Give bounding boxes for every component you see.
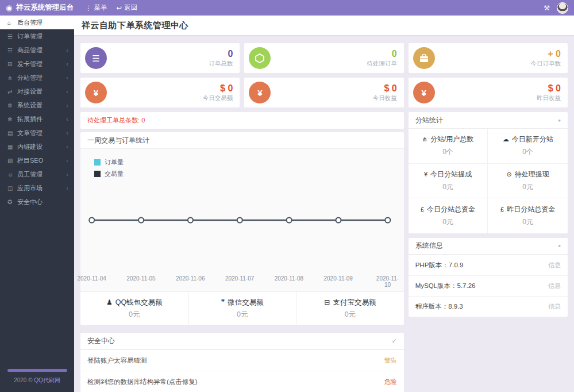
legend-item-volume[interactable]: 交易量	[94, 170, 124, 178]
sidebar-item-cards[interactable]: ⊞ 发卡管理 ‹	[0, 57, 74, 71]
payment-label: 微信交易额	[228, 298, 264, 308]
sidebar-item-docking[interactable]: ⇄ 对接设置 ‹	[0, 84, 74, 98]
weekly-chart: 订单量 交易量 2020-11-042020-11-052020-11-0620…	[80, 149, 404, 291]
cloud-icon: ☁	[503, 136, 509, 143]
sidebar-scrollbar[interactable]	[7, 369, 67, 372]
stat-label: 今日收益	[373, 94, 397, 102]
yen-icon: ¥	[249, 82, 271, 103]
payments-summary: ♟ QQ钱包交易额 0元 ❞ 微信交易额 0元	[80, 291, 404, 325]
security-status-badge[interactable]: 警告	[384, 356, 397, 365]
sidebar-item-staff[interactable]: ☺ 员工管理 ‹	[0, 167, 74, 181]
info-badge: 信息	[548, 282, 561, 290]
system-info-row: MySQL版本： 5.7.26 信息	[409, 275, 568, 296]
branch-cell-value: 0元	[442, 217, 453, 227]
chevron-left-icon: ‹	[66, 88, 68, 95]
chevron-left-icon: ‹	[66, 47, 68, 53]
avatar[interactable]	[557, 2, 568, 14]
branch-cell-value: 0个	[522, 147, 533, 157]
branch-cell-label: 昨日分站总资金	[507, 205, 555, 214]
chart-marker[interactable]	[336, 218, 341, 223]
pending-tickets-notice: 待处理工单总条数: 0	[80, 112, 404, 129]
sidebar-item-label: 订单管理	[17, 32, 43, 41]
plugin-icon: ✻	[7, 116, 17, 122]
chart-marker[interactable]	[287, 218, 292, 223]
sidebar-item-branches[interactable]: ⋔ 分站管理 ‹	[0, 71, 74, 84]
chart-marker[interactable]	[138, 218, 144, 223]
sidebar-item-security-center[interactable]: ✪ 安全中心	[0, 195, 74, 209]
branch-cell-label: 分站/用户总数	[430, 134, 473, 144]
system-info-value: 7.0.9	[449, 262, 464, 268]
info-badge: 信息	[548, 302, 561, 311]
list-ol-icon: ☰	[85, 47, 107, 69]
legend-item-orders[interactable]: 订单量	[94, 158, 124, 167]
stat-label: 昨日收益	[537, 94, 561, 102]
branch-cell-label: 今日分站提成	[430, 170, 472, 179]
branch-cell-value: 0个	[442, 147, 453, 157]
stat-value: + 0	[531, 49, 561, 59]
stat-label: 今日订单数	[531, 60, 561, 68]
qq-icon: ♟	[106, 298, 113, 306]
stat-value: 0	[367, 49, 397, 59]
chart-marker[interactable]	[188, 218, 193, 223]
chart-marker[interactable]	[89, 218, 94, 223]
stat-card-total-orders: ☰ 0 订单总数	[80, 43, 240, 73]
brand[interactable]: ◉ 祥云系统管理后台	[6, 3, 75, 13]
sidebar-item-app-market[interactable]: ◫ 应用市场 ‹	[0, 181, 74, 195]
chevron-left-icon: ‹	[66, 185, 68, 191]
sidebar-item-seo[interactable]: ▧ 栏目SEO ‹	[0, 153, 74, 167]
stat-label: 今日交易额	[203, 94, 233, 102]
yen-icon: ¥	[413, 82, 435, 103]
payment-value: 0元	[129, 310, 140, 320]
back-button[interactable]: ↩ 返回	[117, 3, 138, 12]
check-icon: ✓	[391, 337, 396, 345]
sidebar-item-label: 安全中心	[17, 198, 43, 206]
security-issue-text: 登陆账户太容易猜测	[87, 356, 147, 365]
sidebar-item-internal-links[interactable]: ▦ 内链建设 ‹	[0, 140, 74, 153]
shield-icon: ✪	[7, 199, 17, 205]
security-status-badge[interactable]: 危险	[384, 378, 397, 386]
menu-icon: ⋮	[85, 4, 92, 12]
chart-marker[interactable]	[385, 218, 390, 223]
sidebar-item-articles[interactable]: ▤ 文章管理 ‹	[0, 126, 74, 140]
branch-cell-new-today: ☁ 今日新开分站 0个	[488, 129, 568, 164]
payment-value: 0元	[237, 310, 248, 320]
sidebar-item-label: 员工管理	[17, 170, 43, 179]
home-icon: ⌂	[7, 20, 17, 26]
branch-cell-label: 今日新开分站	[512, 134, 553, 144]
sidebar-item-label: 栏目SEO	[17, 156, 43, 165]
sidebar-item-system-settings[interactable]: ⚙ 系统设置 ‹	[0, 98, 74, 112]
dot-icon: ●	[558, 118, 561, 123]
footer-link[interactable]: QQ代刷网	[34, 377, 60, 383]
stat-label: 待处理订单	[367, 60, 397, 68]
back-label: 返回	[124, 3, 137, 12]
branch-cell-total: ⋔ 分站/用户总数 0个	[409, 129, 488, 164]
hexagon-icon	[249, 47, 271, 69]
sidebar-item-products[interactable]: ☷ 商品管理 ‹	[0, 43, 74, 57]
sidebar-item-plugins[interactable]: ✻ 拓展插件 ‹	[0, 112, 74, 126]
menu-toggle[interactable]: ⋮ 菜单	[85, 3, 107, 12]
chart-marker[interactable]	[237, 218, 242, 223]
sidebar-item-label: 商品管理	[17, 46, 43, 55]
payment-label: 支付宝交易额	[333, 298, 376, 308]
chevron-left-icon: ‹	[66, 74, 68, 81]
chart-panel-title: 一周交易与订单统计	[87, 136, 149, 145]
branch-cell-value: 0元	[522, 217, 533, 227]
branch-cell-funds-yesterday: £ 昨日分站总资金 0元	[488, 198, 568, 233]
sidebar-item-dashboard[interactable]: ⌂ 后台管理	[0, 16, 74, 29]
x-axis-label: 2020-11-05	[122, 275, 159, 282]
top-header: ◉ 祥云系统管理后台 ⋮ 菜单 ↩ 返回 ⚒	[0, 0, 574, 16]
link-icon: ▦	[7, 144, 17, 150]
yen-icon: ¥	[424, 171, 427, 178]
x-axis-label: 2020-11-10	[375, 275, 401, 288]
chevron-left-icon: ‹	[66, 129, 68, 136]
info-badge: 信息	[548, 261, 561, 270]
wrench-icon[interactable]: ⚒	[544, 4, 550, 12]
sidebar-item-orders[interactable]: ☰ 订单管理	[0, 29, 74, 43]
security-issue-text[interactable]: 检测到您的数据库结构异常(点击修复)	[87, 378, 198, 386]
chevron-left-icon: ‹	[66, 171, 68, 178]
branch-cell-label: 今日分站总资金	[427, 205, 475, 214]
chevron-left-icon: ‹	[66, 102, 68, 109]
seo-icon: ▧	[7, 157, 17, 164]
x-axis-label: 2020-11-04	[74, 275, 110, 282]
sitemap-icon: ⋔	[7, 75, 17, 81]
